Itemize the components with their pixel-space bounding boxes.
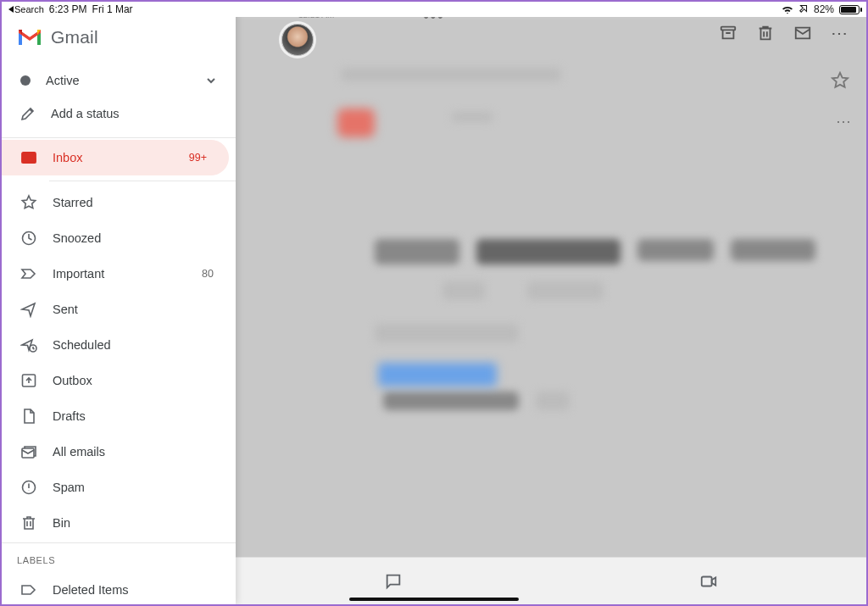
blurred-link [378, 363, 497, 386]
back-label: Search [14, 4, 44, 14]
svg-rect-1 [702, 576, 712, 586]
back-to-app[interactable]: Search [8, 4, 44, 14]
nav-snoozed[interactable]: Snoozed [2, 220, 236, 256]
nav-bin-label: Bin [53, 516, 70, 530]
svg-rect-0 [721, 27, 736, 31]
archive-icon[interactable] [719, 24, 737, 42]
battery-percent: 82% [814, 3, 834, 15]
scheduled-icon [20, 336, 37, 353]
nav-snoozed-label: Snoozed [53, 231, 101, 245]
star-icon[interactable] [831, 71, 849, 93]
label-deleted-label: Deleted Items [53, 583, 128, 597]
nav-all-emails[interactable]: All emails [2, 434, 236, 470]
trash-icon[interactable] [756, 24, 775, 42]
nav-important-count: 80 [202, 268, 214, 280]
add-status-label: Add a status [51, 107, 120, 120]
all-mail-icon [20, 443, 37, 460]
nav-outbox-label: Outbox [53, 374, 92, 387]
wifi-icon [782, 5, 793, 14]
label-icon [20, 581, 37, 598]
nav-sent[interactable]: Sent [2, 292, 236, 327]
status-time: 6:23 PM [49, 3, 87, 15]
message-toolbar: ⋯ [719, 24, 849, 42]
account-avatar[interactable] [281, 24, 314, 56]
add-status-row[interactable]: Add a status [2, 97, 236, 131]
location-icon [798, 3, 809, 16]
status-active-row[interactable]: Active [2, 64, 236, 97]
spam-icon [20, 479, 37, 496]
device-status-bar: Search 6:23 PM Fri 1 Mar 82% [2, 2, 866, 17]
pencil-icon [20, 106, 36, 121]
bottom-tab-bar [236, 557, 866, 604]
status-active-label: Active [46, 74, 80, 87]
more-icon[interactable]: ⋯ [831, 24, 849, 42]
nav-spam-label: Spam [53, 481, 85, 494]
chevron-down-icon [205, 75, 217, 86]
nav-inbox-label: Inbox [53, 151, 82, 164]
nav-inbox[interactable]: Inbox 99+ [2, 140, 229, 175]
label-deleted-items[interactable]: Deleted Items [2, 572, 236, 604]
navigation-drawer: Gmail Active Add a status Inbox 99+ Star… [2, 2, 236, 604]
home-indicator[interactable] [349, 598, 519, 601]
nav-important[interactable]: Important 80 [2, 256, 236, 292]
status-dot-icon [20, 75, 31, 86]
drawer-header: Gmail [2, 20, 236, 64]
nav-starred-label: Starred [53, 196, 93, 209]
app-name: Gmail [51, 27, 98, 47]
nav-spam[interactable]: Spam [2, 470, 236, 505]
clock-icon [20, 230, 37, 247]
nav-scheduled[interactable]: Scheduled [2, 327, 236, 363]
important-icon [20, 265, 37, 282]
gmail-logo-icon [17, 28, 42, 47]
nav-drafts[interactable]: Drafts [2, 398, 236, 434]
meet-tab[interactable] [551, 558, 866, 604]
nav-scheduled-label: Scheduled [53, 338, 111, 352]
nav-outbox[interactable]: Outbox [2, 363, 236, 398]
svg-rect-3 [22, 158, 36, 163]
mark-unread-icon[interactable] [793, 24, 812, 42]
nav-bin[interactable]: Bin [2, 505, 236, 541]
nav-inbox-count: 99+ [189, 152, 207, 164]
status-date: Fri 1 Mar [92, 3, 133, 15]
battery-icon [839, 5, 860, 14]
nav-all-emails-label: All emails [53, 445, 105, 459]
star-icon [20, 194, 37, 211]
drafts-icon [20, 408, 37, 425]
sent-icon [20, 301, 37, 318]
message-more-icon[interactable]: ⋯ [836, 112, 853, 131]
outbox-icon [20, 372, 37, 389]
inbox-icon [20, 149, 37, 166]
sender-avatar-red [337, 108, 375, 137]
labels-heading: LABELS [2, 545, 236, 572]
nav-starred[interactable]: Starred [2, 185, 236, 220]
nav-sent-label: Sent [53, 303, 78, 316]
nav-important-label: Important [53, 267, 104, 281]
trash-icon [20, 514, 37, 531]
nav-drafts-label: Drafts [53, 409, 86, 423]
